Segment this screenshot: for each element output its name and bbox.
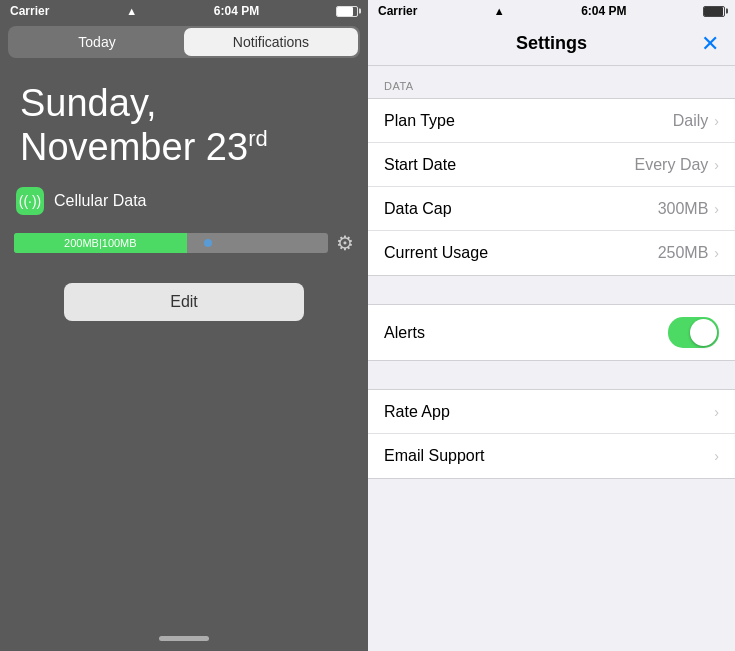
plan-type-label: Plan Type xyxy=(384,112,455,130)
right-wifi-icon: ▲ xyxy=(494,5,505,17)
current-usage-label: Current Usage xyxy=(384,244,488,262)
tab-today[interactable]: Today xyxy=(10,28,184,56)
right-panel: Carrier ▲ 6:04 PM Settings ✕ DATA Plan T… xyxy=(368,0,735,651)
settings-title: Settings xyxy=(516,33,587,54)
data-cap-row[interactable]: Data Cap 300MB › xyxy=(368,187,735,231)
spacer-1 xyxy=(368,276,735,304)
left-panel: Carrier ▲ 6:04 PM Today Notifications Su… xyxy=(0,0,368,651)
start-date-row[interactable]: Start Date Every Day › xyxy=(368,143,735,187)
left-time: 6:04 PM xyxy=(214,4,259,18)
date-area: Sunday,November 23rd xyxy=(0,62,368,179)
progress-track: 200MB | 100MB xyxy=(14,233,328,253)
left-status-bar: Carrier ▲ 6:04 PM xyxy=(0,0,368,22)
cellular-symbol: ((·)) xyxy=(19,193,42,209)
start-date-label: Start Date xyxy=(384,156,456,174)
edit-button[interactable]: Edit xyxy=(64,283,304,321)
rate-app-value-area: › xyxy=(714,404,719,420)
left-wifi-icon: ▲ xyxy=(126,5,137,17)
cellular-icon: ((·)) xyxy=(16,187,44,215)
right-carrier: Carrier xyxy=(378,4,417,18)
spacer-2 xyxy=(368,361,735,389)
alerts-row[interactable]: Alerts xyxy=(368,305,735,360)
left-carrier: Carrier xyxy=(10,4,49,18)
progress-thumb[interactable] xyxy=(204,239,212,247)
progress-area: 200MB | 100MB ⚙ xyxy=(14,231,354,255)
left-battery xyxy=(336,6,358,17)
right-battery-icon xyxy=(703,6,725,17)
plan-type-chevron: › xyxy=(714,113,719,129)
data-cap-value-area: 300MB › xyxy=(658,200,719,218)
toggle-knob xyxy=(690,319,717,346)
plan-type-row[interactable]: Plan Type Daily › xyxy=(368,99,735,143)
date-display: Sunday,November 23rd xyxy=(20,82,348,169)
start-date-value: Every Day xyxy=(635,156,709,174)
right-time: 6:04 PM xyxy=(581,4,626,18)
email-support-value-area: › xyxy=(714,448,719,464)
cellular-label: Cellular Data xyxy=(54,192,146,210)
home-bar xyxy=(159,636,209,641)
email-support-chevron: › xyxy=(714,448,719,464)
settings-header: Settings ✕ xyxy=(368,22,735,66)
current-usage-value-area: 250MB › xyxy=(658,244,719,262)
current-usage-row[interactable]: Current Usage 250MB › xyxy=(368,231,735,275)
progress-fill: 200MB | 100MB xyxy=(14,233,187,253)
alerts-toggle[interactable] xyxy=(668,317,719,348)
start-date-chevron: › xyxy=(714,157,719,173)
rate-app-chevron: › xyxy=(714,404,719,420)
data-table-group: Plan Type Daily › Start Date Every Day ›… xyxy=(368,98,735,276)
alerts-label: Alerts xyxy=(384,324,425,342)
plan-type-value-area: Daily › xyxy=(673,112,719,130)
current-usage-value: 250MB xyxy=(658,244,709,262)
data-cap-label: Data Cap xyxy=(384,200,452,218)
alerts-table-group: Alerts xyxy=(368,304,735,361)
battery-icon xyxy=(336,6,358,17)
tab-bar: Today Notifications xyxy=(8,26,360,58)
data-cap-value: 300MB xyxy=(658,200,709,218)
data-section-label: DATA xyxy=(368,66,735,98)
right-status-bar: Carrier ▲ 6:04 PM xyxy=(368,0,735,22)
tab-notifications[interactable]: Notifications xyxy=(184,28,358,56)
current-usage-chevron: › xyxy=(714,245,719,261)
email-support-row[interactable]: Email Support › xyxy=(368,434,735,478)
email-support-label: Email Support xyxy=(384,447,485,465)
bottom-table-group: Rate App › Email Support › xyxy=(368,389,735,479)
start-date-value-area: Every Day › xyxy=(635,156,719,174)
close-button[interactable]: ✕ xyxy=(701,31,719,57)
right-battery xyxy=(703,6,725,17)
cellular-row: ((·)) Cellular Data xyxy=(0,179,368,223)
progress-used-label: 200MB xyxy=(64,237,99,249)
progress-cap-label: 100MB xyxy=(102,237,137,249)
gear-button[interactable]: ⚙ xyxy=(336,231,354,255)
plan-type-value: Daily xyxy=(673,112,709,130)
rate-app-row[interactable]: Rate App › xyxy=(368,390,735,434)
data-cap-chevron: › xyxy=(714,201,719,217)
rate-app-label: Rate App xyxy=(384,403,450,421)
